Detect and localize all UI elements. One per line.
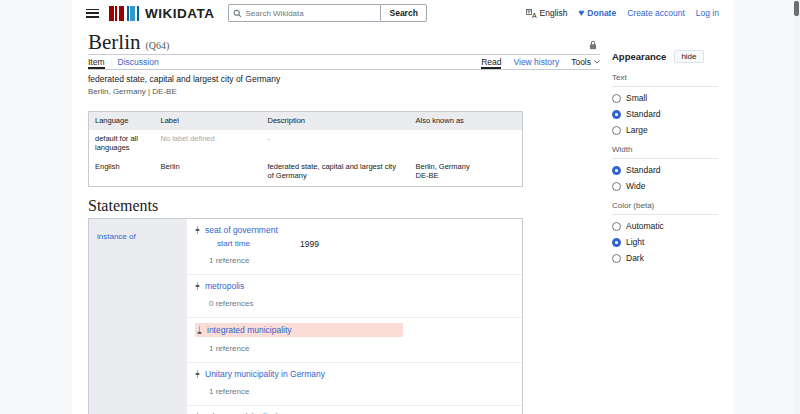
language-selector[interactable]: A English: [526, 8, 568, 18]
tab-discussion[interactable]: Discussion: [118, 57, 159, 69]
claim: Unitary municipality in Germany 1 refere…: [187, 363, 522, 406]
search-box[interactable]: [228, 4, 380, 22]
radio-label: Large: [626, 125, 648, 135]
rank-selector-icon[interactable]: [195, 281, 200, 291]
cell-description: -: [262, 130, 410, 158]
rank-selector-icon-deprecated[interactable]: [197, 325, 202, 335]
statements-group: instance of seat of government start tim…: [88, 218, 523, 414]
log-in-link[interactable]: Log in: [696, 8, 719, 18]
claim-value-link[interactable]: seat of government: [205, 224, 278, 236]
radio-text-small[interactable]: Small: [612, 93, 718, 103]
language-icon: A: [526, 9, 537, 18]
claim: integrated municipality 1 reference: [187, 318, 522, 363]
search-bar: Search: [228, 4, 426, 22]
chevron-down-icon: [594, 60, 600, 64]
entity-terms: federated state, capital and largest cit…: [88, 74, 528, 97]
table-row: default for all languages No label defin…: [89, 130, 523, 158]
claim-value-link[interactable]: Unitary municipality in Germany: [205, 368, 325, 380]
donate-label: Donate: [587, 8, 616, 18]
tab-item[interactable]: Item: [88, 57, 105, 69]
appearance-header: Appearance hide: [612, 50, 718, 63]
radio-icon[interactable]: [612, 222, 621, 231]
qualifier-value: 1999: [300, 239, 319, 249]
search-button[interactable]: Search: [380, 4, 426, 22]
radio-label: Light: [626, 237, 644, 247]
cell-aka: Berlin, Germany DE-BE: [410, 158, 523, 187]
aka-line: DE-BE: [416, 171, 517, 181]
content-column: WIKIDATA Search A English: [72, 0, 733, 414]
radio-text-large[interactable]: Large: [612, 125, 718, 135]
page-tabs: Item Discussion Read View history Tools: [88, 57, 600, 70]
radio-icon[interactable]: [612, 182, 621, 191]
radio-icon[interactable]: [612, 126, 621, 135]
radio-width-standard[interactable]: Standard: [612, 165, 718, 175]
heart-icon: ♥: [578, 8, 584, 18]
radio-width-wide[interactable]: Wide: [612, 181, 718, 191]
menu-icon[interactable]: [86, 9, 99, 18]
col-header-description: Description: [262, 112, 410, 130]
references-toggle[interactable]: 0 references: [209, 299, 514, 308]
wikidata-logo-bars: [109, 6, 139, 21]
claim-main-deprecated: integrated municipality: [195, 323, 403, 337]
svg-text:A: A: [531, 11, 536, 17]
radio-icon-selected[interactable]: [612, 238, 621, 247]
claim: urban municipality in Germany 0 referenc…: [187, 406, 522, 414]
title-block: Berlin(Q64): [88, 31, 600, 55]
width-section-label: Width: [612, 145, 718, 159]
donate-link[interactable]: ♥ Donate: [578, 8, 616, 18]
cell-description: federated state, capital and largest cit…: [262, 158, 410, 187]
lock-icon[interactable]: [589, 40, 597, 50]
claim-main: Unitary municipality in Germany: [195, 368, 514, 380]
scrollbar-track[interactable]: [793, 0, 800, 414]
qualifier-property-link[interactable]: start time: [217, 239, 300, 249]
language-label: English: [540, 8, 568, 18]
tab-view-history[interactable]: View history: [513, 57, 559, 69]
color-section-label: Color (beta): [612, 201, 718, 215]
rank-selector-icon[interactable]: [195, 225, 200, 235]
cell-language: default for all languages: [89, 130, 155, 158]
radio-text-standard[interactable]: Standard: [612, 109, 718, 119]
references-toggle[interactable]: 1 reference: [209, 344, 514, 353]
claim-main: metropolis: [195, 280, 514, 292]
top-header: WIKIDATA Search A English: [72, 0, 733, 26]
radio-icon[interactable]: [612, 94, 621, 103]
terms-table-header-row: Language Label Description Also known as: [89, 112, 523, 130]
table-row: English Berlin federated state, capital …: [89, 158, 523, 187]
col-header-label: Label: [155, 112, 262, 130]
claim-value-link[interactable]: integrated municipality: [207, 324, 292, 336]
property-column: instance of: [89, 219, 187, 414]
rank-selector-icon[interactable]: [195, 369, 200, 379]
radio-icon-selected[interactable]: [612, 110, 621, 119]
radio-label: Automatic: [626, 221, 664, 231]
radio-label: Wide: [626, 181, 645, 191]
tools-label: Tools: [571, 57, 591, 67]
entity-aliases: Berlin, Germany | DE-BE: [88, 86, 528, 97]
scrollbar-thumb[interactable]: [794, 1, 799, 16]
radio-color-dark[interactable]: Dark: [612, 253, 718, 263]
aka-line: Berlin, Germany: [416, 162, 517, 172]
appearance-title: Appearance: [612, 51, 666, 62]
col-header-language: Language: [89, 112, 155, 130]
claim-value-link[interactable]: metropolis: [205, 280, 244, 292]
cell-label: No label defined: [155, 130, 262, 158]
references-toggle[interactable]: 1 reference: [209, 387, 514, 396]
radio-icon[interactable]: [612, 254, 621, 263]
tab-read[interactable]: Read: [481, 57, 501, 69]
terms-table: Language Label Description Also known as…: [88, 111, 523, 187]
entity-description: federated state, capital and largest cit…: [88, 74, 528, 85]
create-account-link[interactable]: Create account: [627, 8, 685, 18]
claim: metropolis 0 references: [187, 275, 522, 318]
hide-button[interactable]: hide: [674, 50, 703, 63]
col-header-aka: Also known as: [410, 112, 523, 130]
radio-icon-selected[interactable]: [612, 166, 621, 175]
references-toggle[interactable]: 1 reference: [209, 256, 514, 265]
cell-aka: [410, 130, 523, 158]
radio-color-automatic[interactable]: Automatic: [612, 221, 718, 231]
search-input[interactable]: [245, 9, 376, 18]
tab-tools[interactable]: Tools: [571, 57, 600, 69]
header-user-links: A English ♥ Donate Create account Log in: [526, 8, 719, 18]
radio-color-light[interactable]: Light: [612, 237, 718, 247]
wikidata-logo[interactable]: WIKIDATA: [109, 6, 214, 21]
radio-label: Small: [626, 93, 647, 103]
property-link[interactable]: instance of: [97, 232, 136, 241]
